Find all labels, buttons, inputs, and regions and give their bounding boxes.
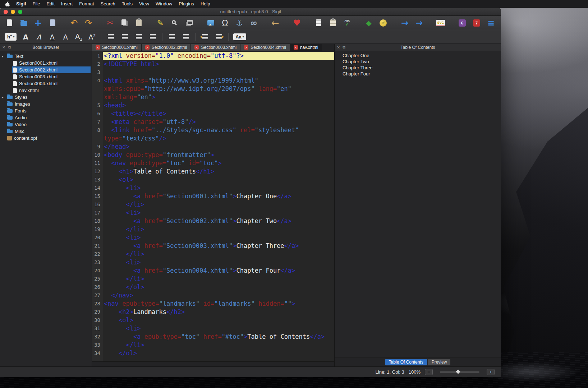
tree-item-section0003.xhtml[interactable]: Section0003.xhtml: [0, 73, 92, 80]
book-browser-close-icon[interactable]: ×: [2, 45, 5, 49]
outdent-button[interactable]: ◀: [200, 32, 210, 42]
superscript-button[interactable]: A2: [88, 33, 96, 41]
book-browser-float-icon[interactable]: ⧉: [8, 45, 11, 49]
edit-toc-icon[interactable]: ≡: [486, 18, 496, 28]
menu-file[interactable]: File: [29, 0, 43, 8]
line-number: 19: [92, 225, 103, 234]
bullet-list-button[interactable]: [167, 32, 176, 42]
menu-plugins[interactable]: Plugins: [175, 0, 197, 8]
tab-Section0002.xhtml[interactable]: ×Section0002.xhtml: [142, 44, 191, 51]
indent-button[interactable]: ▶: [214, 32, 224, 42]
new-file-icon[interactable]: [4, 18, 14, 28]
paste-icon[interactable]: [134, 18, 144, 28]
toc-panel-close-icon[interactable]: ×: [337, 45, 340, 49]
italic-button[interactable]: A: [35, 33, 43, 41]
toc-entry[interactable]: Chapter Two: [335, 59, 501, 65]
book-view-icon[interactable]: [313, 18, 323, 28]
plugin-svg-icon[interactable]: SVG: [436, 18, 446, 28]
close-tab-icon[interactable]: ×: [145, 45, 150, 50]
tree-item-label: Audio: [15, 115, 27, 120]
toc-tab-table-of-contents[interactable]: Table Of Contents: [385, 359, 427, 365]
tree-item-nav.xhtml[interactable]: nav.xhtml: [0, 87, 92, 94]
find-icon[interactable]: [170, 18, 180, 28]
toc-panel-float-icon[interactable]: ⧉: [343, 45, 345, 49]
close-tab-icon[interactable]: ×: [244, 45, 248, 50]
close-tab-icon[interactable]: ×: [294, 45, 298, 50]
insert-image-icon[interactable]: [206, 18, 216, 28]
tree-item-fonts[interactable]: Fonts: [0, 107, 92, 114]
tree-item-section0001.xhtml[interactable]: Section0001.xhtml: [0, 60, 92, 66]
apple-menu[interactable]: [3, 1, 13, 7]
redo-icon[interactable]: ↷: [83, 18, 93, 28]
copy-icon[interactable]: [119, 18, 129, 28]
menu-view[interactable]: View: [136, 0, 152, 8]
cut-icon[interactable]: ✂: [105, 18, 115, 28]
tree-item-images[interactable]: Images: [0, 101, 92, 107]
align-center-button[interactable]: [120, 32, 129, 42]
tree-item-section0002.xhtml[interactable]: Section0002.xhtml: [0, 66, 92, 73]
arrow-tool-1-icon[interactable]: →: [400, 18, 410, 28]
toc-tab-preview[interactable]: Preview: [428, 359, 451, 365]
zoom-slider-thumb[interactable]: [456, 369, 460, 374]
well-formed-check-icon[interactable]: ◆: [364, 18, 374, 28]
tree-item-misc[interactable]: Misc: [0, 128, 92, 135]
tree-item-styles[interactable]: ▸Styles: [0, 94, 92, 101]
open-icon[interactable]: [19, 18, 29, 28]
toc-entry[interactable]: Chapter One: [335, 52, 501, 59]
menu-sigil[interactable]: Sigil: [13, 0, 29, 8]
tree-item-label: Images: [15, 101, 30, 107]
toc-entry[interactable]: Chapter Three: [335, 65, 501, 71]
special-characters-icon[interactable]: e²: [378, 18, 388, 28]
tab-Section0003.xhtml[interactable]: ×Section0003.xhtml: [191, 44, 240, 51]
menu-edit[interactable]: Edit: [43, 0, 58, 8]
align-justify-button[interactable]: [148, 32, 157, 42]
plugin-9-icon[interactable]: 9: [500, 18, 501, 28]
tab-Section0001.xhtml[interactable]: ×Section0001.xhtml: [92, 44, 142, 51]
plugin-7-icon[interactable]: 7: [472, 18, 482, 28]
zoom-in-button[interactable]: +: [487, 369, 495, 375]
split-view-icon[interactable]: [184, 18, 194, 28]
menu-help[interactable]: Help: [197, 0, 213, 8]
toc-entry[interactable]: Chapter Four: [335, 71, 501, 77]
anchor-icon[interactable]: ⚓: [234, 18, 244, 28]
clips-icon[interactable]: [328, 18, 338, 28]
close-tab-icon[interactable]: ×: [194, 45, 199, 50]
tab-label: Section0003.xhtml: [201, 45, 236, 50]
bold-button[interactable]: A: [21, 33, 30, 41]
tab-Section0004.xhtml[interactable]: ×Section0004.xhtml: [240, 44, 290, 51]
menu-insert[interactable]: Insert: [58, 0, 76, 8]
tree-item-content.opf[interactable]: content.opf: [0, 135, 92, 142]
tree-item-video[interactable]: Video: [0, 121, 92, 128]
arrow-tool-2-icon[interactable]: →: [414, 18, 424, 28]
omega-icon[interactable]: Ω: [220, 18, 230, 28]
zoom-slider[interactable]: [440, 371, 479, 373]
donate-icon[interactable]: ♥: [292, 18, 302, 28]
save-icon[interactable]: [47, 18, 58, 28]
add-existing-file-icon[interactable]: +: [33, 18, 43, 28]
close-tab-icon[interactable]: ×: [96, 45, 100, 50]
undo-icon[interactable]: ↶: [69, 18, 79, 28]
tree-item-audio[interactable]: Audio: [0, 114, 92, 121]
align-right-button[interactable]: [134, 32, 143, 42]
underline-button[interactable]: A: [48, 33, 56, 41]
edit-mode-icon[interactable]: ✎: [155, 18, 165, 28]
heading-level-select[interactable]: h+▾: [5, 33, 17, 40]
change-case-select[interactable]: Aa▾: [233, 33, 246, 40]
plugin-6-icon[interactable]: 6: [457, 18, 467, 28]
align-left-button[interactable]: [106, 32, 115, 42]
spellcheck-icon[interactable]: ABC✔: [342, 18, 352, 28]
tab-nav.xhtml[interactable]: ×nav.xhtml: [290, 44, 322, 51]
menu-format[interactable]: Format: [76, 0, 97, 8]
strikethrough-button[interactable]: A: [61, 33, 70, 41]
menu-search[interactable]: Search: [97, 0, 119, 8]
numbered-list-button[interactable]: [181, 32, 190, 42]
subscript-button[interactable]: A2: [74, 32, 83, 42]
tree-item-text[interactable]: ▾Text: [0, 53, 92, 60]
menu-tools[interactable]: Tools: [119, 0, 136, 8]
back-icon[interactable]: ←: [270, 18, 280, 28]
code-editor[interactable]: 1<?xml version="1.0" encoding="utf-8"?>2…: [92, 51, 334, 361]
insert-link-icon[interactable]: ∞: [249, 18, 259, 28]
zoom-out-button[interactable]: −: [425, 369, 433, 375]
tree-item-section0004.xhtml[interactable]: Section0004.xhtml: [0, 80, 92, 87]
menu-window[interactable]: Window: [152, 0, 175, 8]
